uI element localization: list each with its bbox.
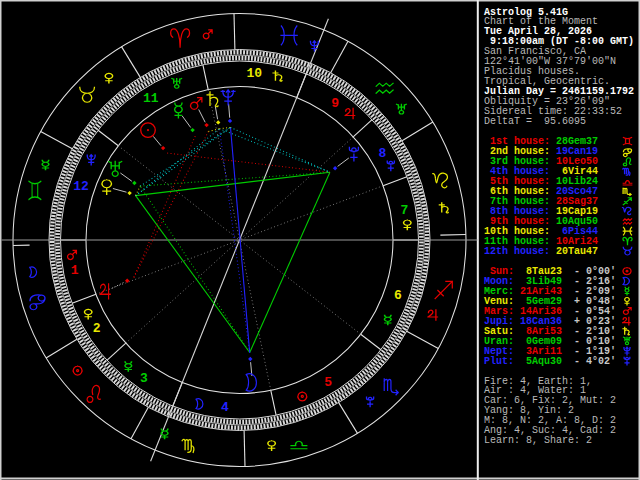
- svg-text:4: 4: [221, 400, 229, 415]
- svg-text:8: 8: [378, 146, 386, 161]
- svg-text:11: 11: [143, 91, 159, 106]
- svg-text:7: 7: [400, 203, 408, 218]
- svg-text:3: 3: [140, 371, 148, 386]
- svg-text:12: 12: [73, 179, 89, 194]
- svg-text:2: 2: [93, 321, 101, 336]
- svg-text:10: 10: [246, 66, 262, 81]
- svg-text:9: 9: [331, 96, 339, 111]
- svg-text:6: 6: [394, 288, 402, 303]
- svg-text:5: 5: [324, 375, 332, 390]
- svg-text:1: 1: [71, 263, 79, 278]
